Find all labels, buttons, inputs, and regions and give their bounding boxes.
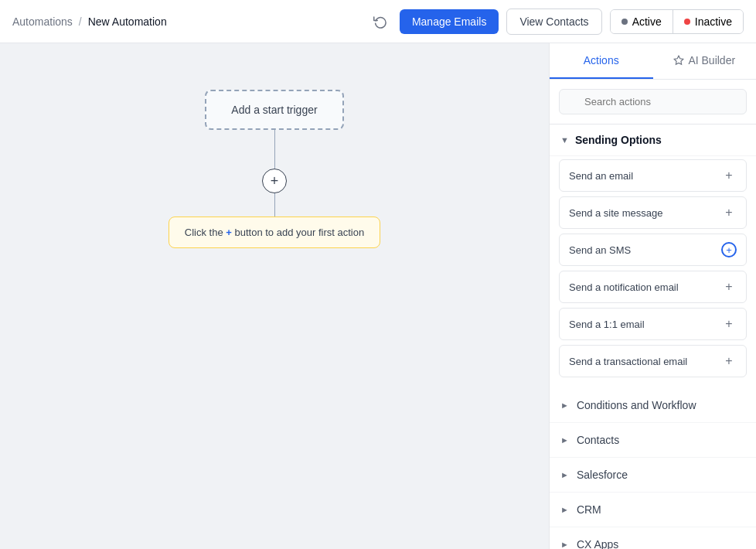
section-chevron-right-icon: ► [560,540,569,549]
section-label: CRM [577,503,601,516]
breadcrumb-separator: / [79,15,82,28]
active-label: Active [632,15,662,28]
history-icon [373,15,387,29]
tooltip-before: Click the [185,227,226,238]
canvas-area: Add a start trigger + Click the + button… [0,43,549,549]
collapsed-section-item[interactable]: ►CRM [550,493,756,527]
tooltip-hint: Click the + button to add your first act… [169,217,380,248]
header: Automations / New Automation Manage Emai… [0,0,756,43]
section-label: Salesforce [577,469,628,481]
sending-options-label: Sending Options [575,134,662,146]
add-plus-icon: + [721,205,737,220]
trigger-label: Add a start trigger [231,104,317,116]
add-icon: + [271,174,279,188]
view-contacts-button[interactable]: View Contacts [506,9,601,35]
collapsed-section-item[interactable]: ►CX Apps [550,527,756,549]
header-actions: Manage Emails View Contacts Active Inact… [369,9,744,35]
collapsed-sections: ►Conditions and Workflow►Contacts►Salesf… [550,388,756,549]
main-content: Add a start trigger + Click the + button… [0,43,756,549]
status-active-button[interactable]: Active [611,10,673,33]
add-plus-icon: + [721,316,737,332]
search-input[interactable] [559,89,747,114]
tab-actions[interactable]: Actions [550,43,653,79]
ai-builder-icon [673,55,684,66]
tooltip-plus: + [226,227,232,238]
breadcrumb-current-page: New Automation [88,15,167,28]
add-plus-icon: + [721,279,737,295]
tab-ai-builder-label: AI Builder [688,54,735,66]
section-chevron-right-icon: ► [560,401,569,410]
right-panel: Actions AI Builder 🔍 ▼ Sending Options S… [549,43,756,549]
status-inactive-button[interactable]: Inactive [673,10,743,33]
search-wrap: 🔍 [559,89,747,114]
collapsed-section-item[interactable]: ►Salesforce [550,458,756,493]
status-group: Active Inactive [610,9,744,34]
action-item[interactable]: Send a 1:1 email+ [559,308,747,340]
section-chevron-right-icon: ► [560,435,569,445]
collapsed-section-item[interactable]: ►Conditions and Workflow [550,388,756,423]
add-plus-icon: + [721,353,737,369]
inactive-dot [684,19,690,25]
search-box: 🔍 [550,80,756,124]
add-action-button[interactable]: + [262,169,287,193]
action-item[interactable]: Send an email+ [559,159,747,192]
start-trigger-box[interactable]: Add a start trigger [205,90,343,130]
action-item-label: Send a site message [569,207,662,219]
add-plus-icon: + [721,168,737,183]
action-item-label: Send an email [569,170,633,182]
sending-options-chevron: ▼ [560,135,569,145]
action-item-label: Send a 1:1 email [569,319,645,330]
active-dot [621,19,628,25]
panel-tabs: Actions AI Builder [550,43,756,80]
sending-options-header[interactable]: ▼ Sending Options [550,124,756,156]
breadcrumb: Automations / New Automation [12,15,369,28]
svg-marker-0 [675,56,684,64]
history-button[interactable] [369,10,392,33]
inactive-label: Inactive [695,15,732,28]
tooltip-after: button to add your first action [232,227,364,238]
breadcrumb-automations-link[interactable]: Automations [12,15,73,28]
section-chevron-right-icon: ► [560,505,569,514]
section-chevron-right-icon: ► [560,470,569,479]
action-item[interactable]: Send an SMS+ [559,234,747,266]
action-item-label: Send an SMS [569,244,631,256]
action-item[interactable]: Send a notification email+ [559,271,747,303]
section-label: Contacts [577,434,619,446]
tab-actions-label: Actions [584,54,619,66]
section-label: CX Apps [577,538,618,549]
manage-emails-button[interactable]: Manage Emails [400,9,499,34]
action-items-list: Send an email+Send a site message+Send a… [550,156,756,388]
collapsed-section-item[interactable]: ►Contacts [550,423,756,458]
action-item[interactable]: Send a transactional email+ [559,345,747,377]
connector-line-2 [274,193,275,217]
action-item-label: Send a notification email [569,281,679,293]
section-label: Conditions and Workflow [577,399,696,411]
tab-ai-builder[interactable]: AI Builder [653,43,757,79]
action-item-label: Send a transactional email [569,356,687,367]
connector-line-1 [274,130,275,169]
action-item[interactable]: Send a site message+ [559,196,747,229]
add-circle-icon: + [721,242,737,257]
